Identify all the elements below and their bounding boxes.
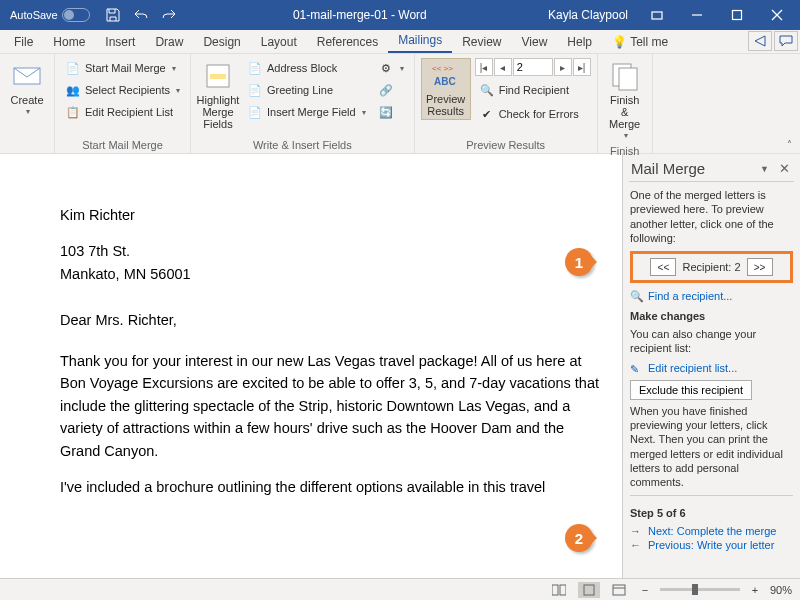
svg-rect-7: [210, 74, 226, 79]
toggle-off-icon: [62, 8, 90, 22]
tab-layout[interactable]: Layout: [251, 31, 307, 53]
prev-step-link[interactable]: ←Previous: Write your letter: [630, 538, 793, 552]
greeting: Dear Mrs. Richter,: [60, 309, 604, 331]
greeting-line-button[interactable]: 📄Greeting Line: [243, 80, 370, 100]
autosave-toggle[interactable]: AutoSave: [4, 8, 96, 22]
arrow-left-icon: ←: [630, 538, 644, 552]
group-finish: Finish & Merge Finish: [598, 54, 653, 153]
highlight-merge-fields-button[interactable]: Highlight Merge Fields: [197, 58, 239, 132]
rules-icon: ⚙: [378, 60, 394, 76]
label: Find Recipient: [499, 84, 569, 96]
svg-rect-14: [584, 585, 594, 595]
highlight-icon: [202, 60, 234, 92]
tab-file[interactable]: File: [4, 31, 43, 53]
edit-list-icon: 📋: [65, 104, 81, 120]
pane-close-button[interactable]: ✕: [775, 161, 794, 176]
address-block-button[interactable]: 📄Address Block: [243, 58, 370, 78]
first-record-button[interactable]: |◂: [475, 58, 493, 76]
change-hint: You can also change your recipient list:: [630, 327, 793, 356]
tab-insert[interactable]: Insert: [95, 31, 145, 53]
edit-icon: ✎: [630, 362, 644, 376]
label: Highlight Merge Fields: [197, 94, 240, 130]
last-record-button[interactable]: ▸|: [573, 58, 591, 76]
record-number-input[interactable]: [513, 58, 553, 76]
tab-tellme[interactable]: 💡 Tell me: [602, 31, 678, 53]
minimize-button[interactable]: [678, 0, 716, 30]
group-label-start: Start Mail Merge: [61, 137, 184, 151]
save-icon[interactable]: [102, 4, 124, 26]
tab-help[interactable]: Help: [557, 31, 602, 53]
maximize-button[interactable]: [718, 0, 756, 30]
envelope-icon: [11, 60, 43, 92]
prev-record-button[interactable]: ◂: [494, 58, 512, 76]
label: Edit Recipient List: [85, 106, 173, 118]
callout-2: 2: [565, 524, 593, 552]
match-fields-button[interactable]: 🔗: [374, 80, 408, 100]
collapse-ribbon-button[interactable]: ˄: [782, 137, 796, 151]
preview-results-button[interactable]: << >>ABC Preview Results: [421, 58, 471, 120]
user-name[interactable]: Kayla Claypool: [540, 8, 636, 22]
callout-1: 1: [565, 248, 593, 276]
tab-draw[interactable]: Draw: [145, 31, 193, 53]
find-recipient-link[interactable]: 🔍Find a recipient...: [630, 289, 793, 303]
tab-home[interactable]: Home: [43, 31, 95, 53]
insert-merge-field-button[interactable]: 📄Insert Merge Field: [243, 102, 370, 122]
svg-text:ABC: ABC: [434, 76, 456, 87]
svg-rect-12: [552, 585, 558, 595]
envelopes-labels-button[interactable]: Create: [6, 58, 48, 119]
next-step-link[interactable]: →Next: Complete the merge: [630, 524, 793, 538]
document[interactable]: Kim Richter 103 7th St. Mankato, MN 5600…: [0, 154, 622, 578]
share-button[interactable]: [748, 31, 772, 51]
people-icon: 👥: [65, 82, 81, 98]
rules-button[interactable]: ⚙: [374, 58, 408, 78]
label: Finish & Merge: [606, 94, 644, 130]
group-label: [6, 137, 48, 151]
svg-rect-15: [613, 585, 625, 595]
web-layout-button[interactable]: [608, 582, 630, 598]
print-layout-button[interactable]: [578, 582, 600, 598]
zoom-level[interactable]: 90%: [770, 584, 792, 596]
window-title: 01-mail-merge-01 - Word: [180, 8, 540, 22]
finish-merge-button[interactable]: Finish & Merge: [604, 58, 646, 143]
address-line-1: Kim Richter: [60, 204, 604, 226]
comments-button[interactable]: [774, 31, 798, 51]
edit-recipient-list-link[interactable]: ✎Edit recipient list...: [630, 361, 793, 375]
redo-icon[interactable]: [158, 4, 180, 26]
undo-icon[interactable]: [130, 4, 152, 26]
tab-references[interactable]: References: [307, 31, 388, 53]
label: Select Recipients: [85, 84, 170, 96]
update-labels-button[interactable]: 🔄: [374, 102, 408, 122]
field-icon: 📄: [247, 104, 263, 120]
search-icon: 🔍: [479, 82, 495, 98]
select-recipients-button[interactable]: 👥Select Recipients: [61, 80, 184, 100]
read-mode-button[interactable]: [548, 582, 570, 598]
prev-recipient-button[interactable]: <<: [650, 258, 676, 276]
zoom-out-button[interactable]: −: [638, 584, 652, 596]
group-preview: << >>ABC Preview Results |◂ ◂ ▸ ▸| 🔍Find…: [415, 54, 598, 153]
next-record-button[interactable]: ▸: [554, 58, 572, 76]
tab-view[interactable]: View: [512, 31, 558, 53]
close-button[interactable]: [758, 0, 796, 30]
check-errors-button[interactable]: ✔Check for Errors: [475, 104, 591, 124]
group-label-finish: Finish: [604, 143, 646, 157]
body-p2: I've included a brochure outlining the d…: [60, 476, 604, 498]
finish-icon: [609, 60, 641, 92]
exclude-recipient-button[interactable]: Exclude this recipient: [630, 380, 752, 400]
start-mail-merge-button[interactable]: 📄Start Mail Merge: [61, 58, 184, 78]
group-start-mail-merge: 📄Start Mail Merge 👥Select Recipients 📋Ed…: [55, 54, 191, 153]
zoom-in-button[interactable]: +: [748, 584, 762, 596]
next-recipient-button[interactable]: >>: [747, 258, 773, 276]
label: Preview Results: [424, 93, 468, 117]
tab-review[interactable]: Review: [452, 31, 511, 53]
edit-recipient-list-button[interactable]: 📋Edit Recipient List: [61, 102, 184, 122]
ribbon-display-icon[interactable]: [638, 0, 676, 30]
pane-options-button[interactable]: ▼: [754, 164, 775, 174]
label: Check for Errors: [499, 108, 579, 120]
group-write-insert: Highlight Merge Fields 📄Address Block 📄G…: [191, 54, 415, 153]
find-recipient-button[interactable]: 🔍Find Recipient: [475, 80, 591, 100]
tab-mailings[interactable]: Mailings: [388, 29, 452, 53]
recipient-navigator: << Recipient: 2 >>: [630, 251, 793, 283]
label: Start Mail Merge: [85, 62, 166, 74]
zoom-slider[interactable]: [660, 588, 740, 591]
tab-design[interactable]: Design: [193, 31, 250, 53]
